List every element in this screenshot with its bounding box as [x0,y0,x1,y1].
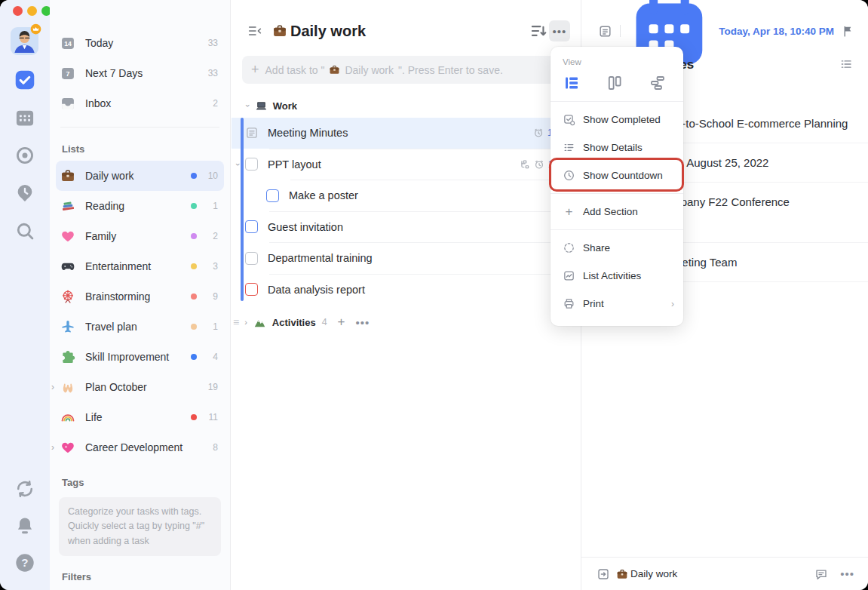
add-task-placeholder: Add task to " [265,64,325,76]
minimize-window-button[interactable] [27,6,37,16]
sidebar-item-label: Brainstorming [85,290,191,303]
avatar[interactable] [11,27,38,55]
next7days-icon: 7 [60,66,75,81]
comment-icon[interactable] [814,567,828,581]
task-checkbox[interactable] [245,158,258,171]
more-options-button[interactable]: ••• [549,20,570,41]
footer-list-name[interactable]: Daily work [616,568,808,580]
menu-item-add-section[interactable]: + Add Section [551,198,683,226]
tags-section-header[interactable]: Tags [50,469,230,494]
sidebar-item-skill-improvement[interactable]: Skill Improvement 4 [50,342,230,372]
sidebar-item-travel-plan[interactable]: Travel plan 1 [50,312,230,342]
chevron-down-icon[interactable]: › [244,104,253,107]
habit-tab-icon[interactable] [14,145,35,166]
sidebar-item-brainstorming[interactable]: Brainstorming 9 [50,281,230,312]
gamepad-icon [60,259,75,274]
sidebar-item-inbox[interactable]: Inbox 2 [50,88,230,118]
show-completed-icon [563,113,575,126]
sidebar-item-family[interactable]: Family 2 [50,221,230,251]
chevron-right-icon[interactable]: › [51,382,59,392]
add-section-task-icon[interactable]: + [338,315,345,330]
shared-dot [191,263,197,269]
sidebar-item-today[interactable]: 14 Today 33 [50,28,230,58]
pomodoro-tab-icon[interactable] [14,183,35,204]
section-activities[interactable]: ≡ › Activities 4 + ••• [233,312,581,332]
sidebar-item-label: Plan October [85,381,206,393]
collapse-sidebar-icon[interactable] [247,23,263,39]
menu-item-list-activities[interactable]: List Activities [551,262,683,290]
divider [60,127,219,128]
shared-dot [191,414,197,420]
task-row-meeting-minutes[interactable]: Meeting Minutes 10:40 [232,118,581,149]
inbox-icon [60,96,75,111]
task-title: PPT layout [268,158,520,171]
drag-handle-icon[interactable]: ≡ [233,316,238,328]
menu-item-show-countdown[interactable]: Show Countdown [551,161,683,189]
task-row-make-a-poster[interactable]: Make a poster [232,180,581,211]
menu-item-show-completed[interactable]: Show Completed [551,106,683,134]
task-row-data-analysis-report[interactable]: Data analysis report [232,275,581,306]
detail-toolbar: Today, Apr 18, 10:40 PM [581,0,868,42]
due-date-label[interactable]: Today, Apr 18, 10:40 PM [719,26,834,37]
sidebar-item-entertainment[interactable]: Entertainment 3 [50,251,230,281]
help-icon[interactable]: ? [14,552,35,573]
search-icon[interactable] [14,220,35,241]
note-icon[interactable] [598,24,612,38]
sidebar-item-plan-october[interactable]: › Plan October 19 [50,372,230,402]
chevron-right-icon[interactable]: › [244,318,247,327]
close-window-button[interactable] [13,6,23,16]
move-to-list-icon[interactable] [597,567,610,581]
svg-text:7: 7 [66,70,70,78]
section-label: Activities [272,317,316,328]
calendar-tab-icon[interactable] [14,107,35,128]
count-badge: 9 [206,291,218,302]
sort-icon[interactable] [528,20,549,41]
traffic-lights [13,6,51,16]
list-view-icon[interactable] [563,74,581,92]
print-icon [563,297,575,310]
count-badge: 1 [206,201,218,211]
books-icon [60,198,75,214]
sidebar-item-daily-work[interactable]: Daily work 10 [56,161,224,191]
briefcase-icon [272,23,287,38]
flag-icon[interactable] [842,25,854,38]
selected-group-bar [241,118,244,301]
task-row-guest-invitation[interactable]: Guest invitation [232,212,581,243]
sidebar-item-career-development[interactable]: › Career Development 8 [50,432,230,462]
task-row-ppt-layout[interactable]: › PPT layout 11:00 [232,149,581,180]
section-work[interactable]: › Work [247,97,581,114]
task-row-departmental-training[interactable]: Departmental training [232,243,581,274]
detail-more-icon[interactable]: ••• [840,567,854,580]
menu-item-share[interactable]: Share [551,234,683,262]
sidebar-item-label: Reading [85,200,191,212]
plus-icon: + [563,205,575,218]
sidebar-item-reading[interactable]: Reading 1 [50,191,230,221]
lists-section-header[interactable]: Lists [50,136,230,161]
chevron-right-icon[interactable]: › [51,442,59,453]
sidebar-item-life[interactable]: Life 11 [50,402,230,432]
task-checkbox[interactable] [245,283,258,296]
filters-section-header[interactable]: Filters [50,564,230,588]
today-icon: 14 [60,35,75,51]
sidebar-item-label: Travel plan [85,321,191,333]
timeline-view-icon[interactable] [649,74,667,92]
tasks-tab-icon[interactable] [14,69,35,91]
kanban-view-icon[interactable] [606,74,624,92]
add-task-input[interactable]: + Add task to "Daily work". Press Enter … [242,56,572,84]
sidebar-item-next7days[interactable]: 7 Next 7 Days 33 [50,58,230,88]
task-checkbox[interactable] [266,189,279,202]
sync-icon[interactable] [14,478,35,499]
menu-item-show-details[interactable]: Show Details [551,134,683,161]
outline-icon[interactable] [839,57,853,71]
section-more-icon[interactable]: ••• [356,316,370,329]
task-checkbox[interactable] [245,252,258,265]
sidebar-item-label: Family [85,230,191,242]
count-badge: 10 [206,171,218,181]
task-checkbox[interactable] [245,220,258,233]
notifications-icon[interactable] [14,515,35,536]
menu-item-print[interactable]: Print › [551,290,683,318]
show-countdown-icon [563,169,575,182]
task-title: Data analysis report [268,284,570,296]
note-icon[interactable] [245,126,259,140]
sparkling-heart-icon [60,440,75,455]
